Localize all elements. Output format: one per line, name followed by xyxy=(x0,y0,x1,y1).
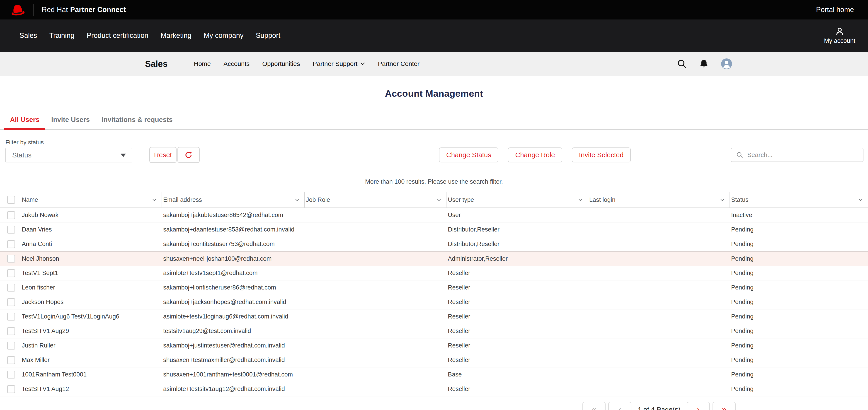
bulk-actions: Change StatusChange RoleInvite Selected xyxy=(439,148,631,162)
row-checkbox[interactable] xyxy=(7,342,15,349)
cell-user-type: Distributor,Reseller xyxy=(446,241,588,248)
subnav-item-accounts[interactable]: Accounts xyxy=(223,60,250,67)
bell-icon[interactable] xyxy=(699,59,709,69)
row-checkbox-cell xyxy=(5,324,21,338)
subnav-item-partner-support[interactable]: Partner Support xyxy=(313,60,365,67)
portal-home-link[interactable]: Portal home xyxy=(816,6,854,14)
row-checkbox[interactable] xyxy=(7,269,15,277)
search-input[interactable] xyxy=(747,151,858,159)
row-checkbox[interactable] xyxy=(7,356,15,364)
select-all-cell xyxy=(5,192,21,208)
redhat-fedora-icon xyxy=(9,2,27,17)
cell-status: Pending xyxy=(730,327,868,335)
table-row[interactable]: Max Millershusaxen+testmaxmiller@redhat.… xyxy=(0,353,868,368)
table-row[interactable]: Jackson Hopessakamboj+jacksonhopes@redha… xyxy=(0,295,868,309)
row-checkbox[interactable] xyxy=(7,240,15,248)
reset-button[interactable]: Reset xyxy=(149,147,177,163)
cell-status: Pending xyxy=(730,298,868,306)
cell-status: Pending xyxy=(730,342,868,349)
search-icon[interactable] xyxy=(677,59,687,69)
cell-name: Max Miller xyxy=(21,356,162,364)
table-row[interactable]: Leon fischersakamboj+lionfischeruser86@r… xyxy=(0,280,868,295)
row-checkbox-cell xyxy=(5,309,21,324)
search-icon xyxy=(736,152,743,158)
table-row[interactable]: TestSITV1 Aug12asimlote+testsitv1aug12@r… xyxy=(0,382,868,397)
column-header-job-role[interactable]: Job Role xyxy=(305,192,446,208)
status-filter-select[interactable]: Status xyxy=(5,148,132,162)
mainnav-item-sales[interactable]: Sales xyxy=(20,31,37,40)
results-notice: More than 100 results. Please use the se… xyxy=(0,178,868,185)
row-checkbox[interactable] xyxy=(7,313,15,320)
column-header-last-login[interactable]: Last login xyxy=(588,192,730,208)
avatar[interactable] xyxy=(721,58,732,69)
row-checkbox[interactable] xyxy=(7,327,15,335)
refresh-button[interactable] xyxy=(178,147,200,163)
row-checkbox[interactable] xyxy=(7,226,15,233)
mainnav-item-marketing[interactable]: Marketing xyxy=(161,31,191,40)
table-row[interactable]: Neel Jhonsonshusaxen+neel-joshan100@redh… xyxy=(0,251,868,266)
cell-user-type: Reseller xyxy=(446,327,588,335)
next-page-button[interactable]: › xyxy=(687,402,710,410)
subnav-item-home[interactable]: Home xyxy=(194,60,211,67)
refresh-icon xyxy=(184,151,193,159)
change-role-button[interactable]: Change Role xyxy=(508,148,562,162)
first-page-button[interactable]: « xyxy=(583,402,606,410)
subnav-label-opportunities: Opportunities xyxy=(262,60,300,67)
mainnav-item-support[interactable]: Support xyxy=(256,31,280,40)
tab-all-users[interactable]: All Users xyxy=(4,113,45,129)
row-checkbox[interactable] xyxy=(7,385,15,393)
table-row[interactable]: Jukub Nowaksakamboj+jakubtestuser86542@r… xyxy=(0,208,868,222)
search-box[interactable] xyxy=(731,148,864,162)
subnav-title: Sales xyxy=(145,59,167,69)
last-page-button[interactable]: » xyxy=(713,402,736,410)
table-row[interactable]: TestSITV1 Aug29testsitv1aug29@test.com.i… xyxy=(0,324,868,339)
column-header-name[interactable]: Name xyxy=(21,192,162,208)
subnav-items: HomeAccountsOpportunitiesPartner Support… xyxy=(194,60,420,67)
table-row[interactable]: Justin Rullersakamboj+justintestuser@red… xyxy=(0,339,868,353)
status-filter-value: Status xyxy=(12,151,31,159)
prev-page-button[interactable]: ‹ xyxy=(608,402,631,410)
row-checkbox[interactable] xyxy=(7,371,15,379)
mainnav-item-product-certification[interactable]: Product certification xyxy=(87,31,148,40)
table-row[interactable]: TestV1LoginAug6 TestV1LoginAug6asimlote+… xyxy=(0,309,868,324)
mainnav-item-my-company[interactable]: My company xyxy=(204,31,244,40)
table-row[interactable]: Daan Vriessakamboj+daantestuser853@redha… xyxy=(0,222,868,237)
cell-name: Jackson Hopes xyxy=(21,298,162,306)
tab-invite-users[interactable]: Invite Users xyxy=(45,113,96,129)
my-account-button[interactable]: My account xyxy=(824,27,855,44)
cell-email: testsitv1aug29@test.com.invalid xyxy=(162,327,305,335)
main-content: Account Management All UsersInvite Users… xyxy=(0,88,868,410)
page-info: 1 of 4 Page(s) xyxy=(638,406,680,410)
top-banner: Red HatPartner Connect Portal home xyxy=(0,0,868,20)
row-checkbox[interactable] xyxy=(7,255,15,262)
table-row[interactable]: TestV1 Sept1asimlote+testv1sept1@redhat.… xyxy=(0,266,868,280)
row-checkbox-cell xyxy=(5,382,21,396)
table-body: Jukub Nowaksakamboj+jakubtestuser86542@r… xyxy=(0,208,868,397)
cell-user-type: Reseller xyxy=(446,313,588,320)
cell-email: asimlote+testsitv1aug12@redhat.com.inval… xyxy=(162,385,305,392)
row-checkbox[interactable] xyxy=(7,298,15,306)
column-header-email-address[interactable]: Email address xyxy=(162,192,305,208)
cell-email: shusaxen+1001rantham+test0001@redhat.com xyxy=(162,371,305,378)
subnav-item-partner-center[interactable]: Partner Center xyxy=(378,60,420,67)
cell-email: sakamboj+jakubtestuser86542@redhat.com xyxy=(162,212,305,219)
change-status-button[interactable]: Change Status xyxy=(439,148,498,162)
select-all-checkbox[interactable] xyxy=(7,196,15,203)
mainnav-item-training[interactable]: Training xyxy=(50,31,74,40)
main-nav-items: SalesTrainingProduct certificationMarket… xyxy=(20,31,280,40)
row-checkbox-cell xyxy=(5,295,21,309)
column-header-user-type[interactable]: User type xyxy=(446,192,588,208)
cell-email: sakamboj+daantestuser853@redhat.com.inva… xyxy=(162,226,305,233)
table-row[interactable]: 1001Rantham Test0001shusaxen+1001rantham… xyxy=(0,368,868,382)
column-header-status[interactable]: Status xyxy=(730,192,868,208)
cell-email: asimlote+testv1loginaug6@redhat.com.inva… xyxy=(162,313,305,320)
invite-selected-button[interactable]: Invite Selected xyxy=(572,148,631,162)
table-row[interactable]: Anna Contisakamboj+contitestuser753@redh… xyxy=(0,237,868,251)
subnav-item-opportunities[interactable]: Opportunities xyxy=(262,60,300,67)
redhat-logo[interactable] xyxy=(9,3,26,16)
cell-status: Pending xyxy=(730,241,868,248)
tab-invitations-requests[interactable]: Invitations & requests xyxy=(96,113,178,129)
row-checkbox-cell xyxy=(5,353,21,367)
row-checkbox[interactable] xyxy=(7,211,15,219)
row-checkbox[interactable] xyxy=(7,284,15,291)
